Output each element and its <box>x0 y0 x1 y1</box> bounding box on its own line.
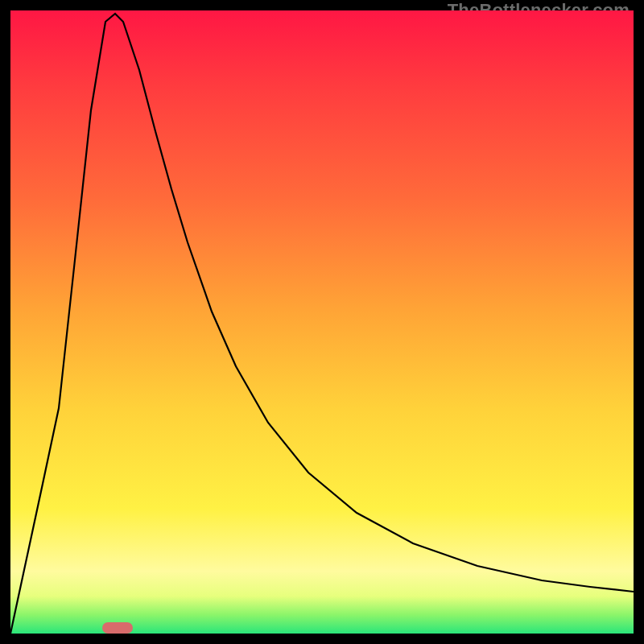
bottleneck-curve <box>10 14 634 634</box>
chart-frame <box>10 10 634 634</box>
chart-svg <box>10 10 634 634</box>
minimum-marker-pill <box>102 622 133 634</box>
